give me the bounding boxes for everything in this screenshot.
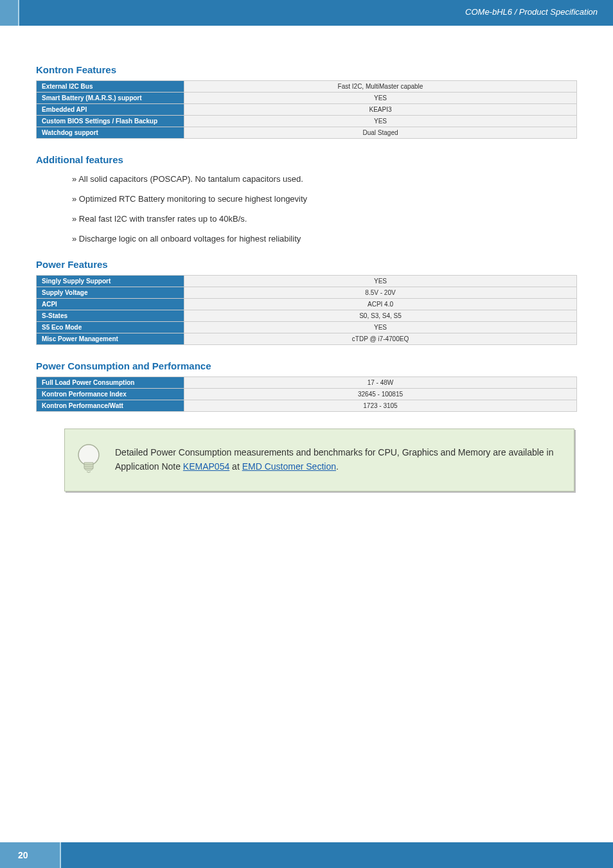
table-row: Supply Voltage8.5V - 20V: [37, 287, 577, 299]
row-value: 32645 - 100815: [184, 389, 577, 400]
row-label: Embedded API: [37, 104, 184, 116]
table-row: Kontron Performance Index32645 - 100815: [37, 389, 577, 400]
row-label: Kontron Performance Index: [37, 389, 184, 400]
section-title-kontron-features: Kontron Features: [36, 64, 577, 75]
row-value: YES: [184, 116, 577, 127]
row-value: ACPI 4.0: [184, 299, 577, 310]
section-title-additional-features: Additional features: [36, 154, 577, 165]
row-label: Smart Battery (M.A.R.S.) support: [37, 93, 184, 104]
list-item: All solid capacitors (POSCAP). No tantal…: [72, 174, 577, 184]
table-row: Embedded APIKEAPI3: [37, 104, 577, 116]
header-accent: [0, 0, 19, 26]
row-label: S-States: [37, 310, 184, 322]
breadcrumb: COMe-bHL6 / Product Specification: [465, 7, 598, 17]
row-value: YES: [184, 93, 577, 104]
row-label: Misc Power Management: [37, 333, 184, 345]
row-value: cTDP @ i7-4700EQ: [184, 333, 577, 345]
table-row: Kontron Performance/Watt1723 - 3105: [37, 400, 577, 412]
table-row: Misc Power ManagementcTDP @ i7-4700EQ: [37, 333, 577, 345]
table-row: Watchdog supportDual Staged: [37, 127, 577, 139]
lightbulb-icon: [73, 441, 105, 479]
section-title-power-consumption: Power Consumption and Performance: [36, 360, 577, 371]
note-box: Detailed Power Consumption measurements …: [64, 429, 574, 492]
table-power-features: Singly Supply SupportYES Supply Voltage8…: [36, 275, 577, 345]
table-row: Full Load Power Consumption17 - 48W: [37, 377, 577, 389]
list-item: Discharge logic on all onboard voltages …: [72, 234, 577, 244]
list-item: Optimized RTC Battery monitoring to secu…: [72, 194, 577, 204]
row-label: Custom BIOS Settings / Flash Backup: [37, 116, 184, 127]
note-text-after: .: [336, 461, 339, 472]
additional-features-list: All solid capacitors (POSCAP). No tantal…: [72, 174, 577, 244]
row-value: 17 - 48W: [184, 377, 577, 389]
link-emd-customer-section[interactable]: EMD Customer Section: [242, 461, 336, 472]
row-value: Fast I2C, MultiMaster capable: [184, 81, 577, 93]
row-label: Full Load Power Consumption: [37, 377, 184, 389]
table-row: Smart Battery (M.A.R.S.) supportYES: [37, 93, 577, 104]
table-row: ACPIACPI 4.0: [37, 299, 577, 310]
row-label: Kontron Performance/Watt: [37, 400, 184, 412]
table-row: S-StatesS0, S3, S4, S5: [37, 310, 577, 322]
page-header: COMe-bHL6 / Product Specification: [0, 0, 613, 26]
page-footer: 20: [0, 842, 613, 868]
table-power-consumption: Full Load Power Consumption17 - 48W Kont…: [36, 376, 577, 412]
list-item: Real fast I2C with transfer rates up to …: [72, 214, 577, 224]
row-value: S0, S3, S4, S5: [184, 310, 577, 322]
table-kontron-features: External I2C BusFast I2C, MultiMaster ca…: [36, 80, 577, 139]
row-value: KEAPI3: [184, 104, 577, 116]
table-row: Singly Supply SupportYES: [37, 276, 577, 287]
row-label: S5 Eco Mode: [37, 322, 184, 333]
note-text-mid: at: [229, 461, 242, 472]
row-value: 1723 - 3105: [184, 400, 577, 412]
row-value: 8.5V - 20V: [184, 287, 577, 299]
note-text: Detailed Power Consumption measurements …: [115, 446, 561, 474]
link-kemap054[interactable]: KEMAP054: [183, 461, 229, 472]
svg-point-0: [78, 445, 99, 465]
row-label: External I2C Bus: [37, 81, 184, 93]
table-row: S5 Eco ModeYES: [37, 322, 577, 333]
row-value: YES: [184, 322, 577, 333]
row-label: ACPI: [37, 299, 184, 310]
page-content: Kontron Features External I2C BusFast I2…: [0, 26, 613, 492]
row-label: Watchdog support: [37, 127, 184, 139]
page-number: 20: [0, 842, 61, 868]
row-label: Supply Voltage: [37, 287, 184, 299]
row-label: Singly Supply Support: [37, 276, 184, 287]
row-value: Dual Staged: [184, 127, 577, 139]
table-row: Custom BIOS Settings / Flash BackupYES: [37, 116, 577, 127]
section-title-power-features: Power Features: [36, 259, 577, 270]
table-row: External I2C BusFast I2C, MultiMaster ca…: [37, 81, 577, 93]
row-value: YES: [184, 276, 577, 287]
